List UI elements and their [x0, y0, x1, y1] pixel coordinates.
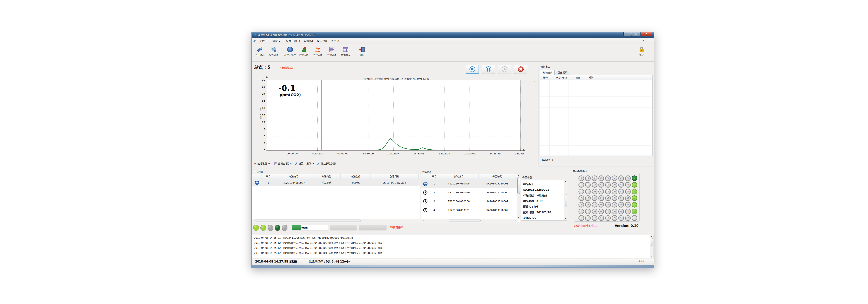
menu-item-3[interactable]: 实用工具(T) — [284, 38, 302, 44]
well-B4[interactable]: B4 — [625, 195, 631, 201]
maximize-button[interactable]: □ — [632, 32, 641, 36]
scroll-down-arrow[interactable]: ▼ — [650, 255, 653, 258]
test-column-icon[interactable] — [422, 174, 429, 179]
toolbar-button-客户管理[interactable]: 客户管理 — [311, 45, 325, 60]
data-window-column-2[interactable]: TC(mg/L) — [551, 75, 572, 80]
well-E1[interactable]: E1 — [605, 175, 611, 181]
scroll-right-arrow[interactable]: ► — [514, 219, 517, 222]
well-D5[interactable]: D5 — [612, 202, 617, 207]
toolbar-button-方法管理[interactable]: 方法管理 — [325, 45, 339, 60]
scroll-down-arrow[interactable]: ▼ — [517, 216, 520, 219]
well-A1[interactable]: A1 — [632, 175, 637, 181]
well-F7[interactable]: F7 — [598, 215, 604, 221]
well-A2[interactable]: A2 — [632, 182, 637, 188]
data-window-column-3[interactable]: 状态 — [572, 75, 584, 80]
well-F4[interactable]: F4 — [598, 195, 604, 201]
log-vscrollbar[interactable]: ▲ ▼ — [650, 235, 653, 258]
chart-toolbar-数据查看(D)[interactable]: 数据查看(D) — [273, 161, 292, 166]
menu-item-4[interactable]: 设置(S) — [302, 38, 315, 44]
tab-当前测试[interactable]: 当前测试 — [540, 70, 555, 75]
well-G7[interactable]: G7 — [592, 215, 597, 221]
well-G3[interactable]: G3 — [592, 189, 597, 194]
method-list-hscrollbar[interactable]: ◄ ► — [252, 219, 420, 222]
scroll-down-arrow[interactable]: ▼ — [564, 217, 567, 220]
well-C7[interactable]: C7 — [618, 215, 624, 221]
close-button[interactable]: ✕ — [641, 32, 652, 36]
well-F3[interactable]: F3 — [598, 189, 604, 194]
well-A4[interactable]: A4 — [632, 195, 637, 201]
well-F2[interactable]: F2 — [598, 182, 604, 188]
method-column-方法名称[interactable]: 方法名称 — [341, 174, 371, 179]
well-F6[interactable]: F6 — [598, 209, 604, 214]
toolbar-button-站点管理[interactable]: 站点管理 — [267, 45, 281, 60]
well-E7[interactable]: E7 — [605, 215, 611, 221]
well-E4[interactable]: E4 — [605, 195, 611, 201]
well-I4[interactable]: I4 — [579, 195, 584, 201]
well-I1[interactable]: I1 — [579, 175, 584, 181]
chart-toolbar-线性设置[interactable]: 线性设置 — [252, 161, 271, 166]
well-H4[interactable]: H4 — [585, 195, 591, 201]
well-H1[interactable]: H1 — [585, 175, 591, 181]
well-B2[interactable]: B2 — [625, 182, 631, 188]
well-A7[interactable]: A7 — [632, 215, 637, 221]
well-D7[interactable]: D7 — [612, 215, 617, 221]
well-I7[interactable]: I7 — [579, 215, 584, 221]
test-column-测试编号[interactable]: 测试编号 — [439, 174, 478, 179]
menu-item-1[interactable]: 文件(F) — [257, 38, 270, 44]
well-G2[interactable]: G2 — [592, 182, 597, 188]
mdi-window-controls[interactable]: – ❐ — [643, 39, 652, 42]
scroll-left-arrow[interactable]: ◄ — [252, 219, 255, 222]
minimize-button[interactable]: — — [623, 32, 632, 36]
well-C6[interactable]: C6 — [618, 209, 624, 214]
well-C1[interactable]: C1 — [618, 175, 624, 181]
well-A6[interactable]: A6 — [632, 209, 637, 214]
well-G5[interactable]: G5 — [592, 202, 597, 207]
close-run-button[interactable] — [514, 65, 527, 74]
test-column-序号[interactable]: 序号 — [429, 174, 439, 179]
test-row[interactable]: 3TS201804080100SA201803310001 — [422, 197, 520, 206]
scroll-up-arrow[interactable]: ▲ — [564, 180, 567, 183]
chart-toolbar-设置[interactable]: 设置 — [293, 161, 304, 166]
well-I2[interactable]: I2 — [579, 182, 584, 188]
well-D3[interactable]: D3 — [612, 189, 617, 194]
method-column-创建日期[interactable]: 创建日期 — [371, 174, 418, 179]
test-row[interactable]: 2TS201804080099SA201803310000 — [422, 188, 520, 197]
toolbar-button-停止通讯[interactable]: 停止通讯 — [253, 45, 267, 60]
toolbar-button-取样点管理[interactable]: i取样点管理 — [283, 45, 297, 60]
chart-toolbar-刷新[interactable]: 刷新 — [306, 161, 315, 166]
well-A3[interactable]: A3 — [632, 189, 637, 194]
method-column-icon[interactable] — [252, 174, 262, 179]
well-H3[interactable]: H3 — [585, 189, 591, 194]
method-column-方法编号[interactable]: 方法编号 — [275, 174, 312, 179]
toolbar-button-退出[interactable]: 退出 — [355, 45, 369, 60]
toolbar-button-样品管理[interactable]: 样品管理 — [297, 45, 311, 60]
well-D6[interactable]: D6 — [612, 209, 617, 214]
well-E3[interactable]: E3 — [605, 189, 611, 194]
well-F5[interactable]: F5 — [598, 202, 604, 207]
stop-run-button[interactable] — [466, 65, 479, 74]
well-B3[interactable]: B3 — [625, 189, 631, 194]
method-column-方法类型[interactable]: 方法类型 — [312, 174, 341, 179]
well-B6[interactable]: B6 — [625, 209, 631, 214]
well-B7[interactable]: B7 — [625, 215, 631, 221]
well-D4[interactable]: D4 — [612, 195, 617, 201]
well-C2[interactable]: C2 — [618, 182, 624, 188]
well-G6[interactable]: G6 — [592, 209, 597, 214]
well-D2[interactable]: D2 — [612, 182, 617, 188]
well-I5[interactable]: I5 — [579, 202, 584, 207]
test-list-vscrollbar[interactable]: ▲ ▼ — [517, 174, 520, 219]
test-column-样品编号[interactable]: 样品编号 — [478, 174, 516, 179]
well-H6[interactable]: H6 — [585, 209, 591, 214]
well-I3[interactable]: I3 — [579, 189, 584, 194]
well-C4[interactable]: C4 — [618, 195, 624, 201]
title-bar[interactable]: 泰林总有机碳分析系统软件(zcyby6)照例 - [站点：5] — □ ✕ — [252, 32, 654, 38]
well-C3[interactable]: C3 — [618, 189, 624, 194]
well-D1[interactable]: D1 — [612, 175, 617, 181]
chart-toolbar-停止获取数据[interactable]: 停止获取数据 — [316, 161, 337, 166]
lock-button[interactable]: 锁定 — [634, 45, 649, 58]
well-H2[interactable]: H2 — [585, 182, 591, 188]
collapse-panel-chevron[interactable]: ‹ — [534, 80, 535, 84]
test-row[interactable]: 1TS201804080098SA201803280001 — [422, 179, 520, 188]
test-list-hscrollbar[interactable]: ◄ ► — [422, 219, 517, 222]
well-B1[interactable]: B1 — [625, 175, 631, 181]
